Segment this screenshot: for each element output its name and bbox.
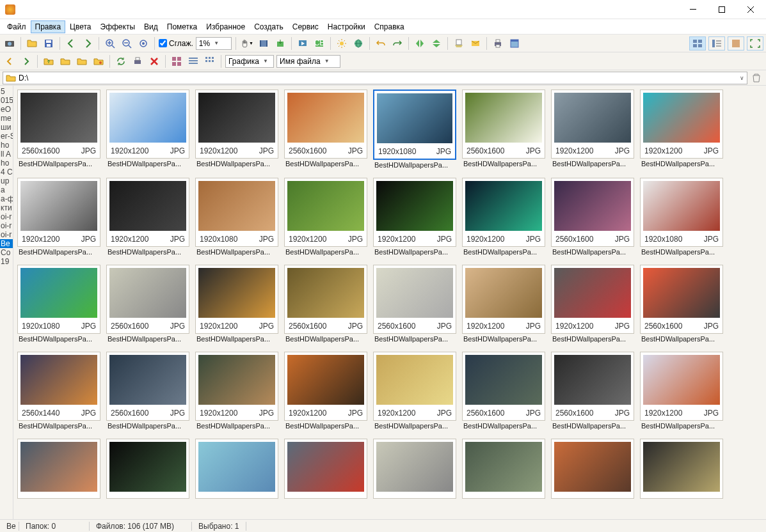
delete-icon[interactable] xyxy=(147,54,161,68)
thumbnail-item[interactable]: 1920x1200JPGBestHDWallpapersPa... xyxy=(195,90,278,173)
thumbnail-item[interactable] xyxy=(195,439,278,504)
thumbnail-item[interactable]: 1920x1200JPGBestHDWallpapersPa... xyxy=(462,178,545,260)
thumbnail-item[interactable]: 2560x1600JPGBestHDWallpapersPa... xyxy=(551,178,634,260)
view-thumbnails-button[interactable] xyxy=(689,36,706,51)
sidebar-item[interactable]: ho xyxy=(0,141,13,150)
menu-правка[interactable]: Правка xyxy=(31,20,66,33)
thumbnail-item[interactable]: 2560x1600JPGBestHDWallpapersPa... xyxy=(17,90,100,173)
sidebar-item[interactable]: ши xyxy=(0,123,13,132)
camera-icon[interactable] xyxy=(3,36,17,51)
flip-h-icon[interactable] xyxy=(413,36,427,51)
sidebar-item[interactable]: 5 xyxy=(0,87,13,96)
minimize-button[interactable] xyxy=(678,0,707,19)
smooth-checkbox[interactable]: Сглаж. xyxy=(159,39,193,48)
flip-v-icon[interactable] xyxy=(429,36,443,51)
thumbnail-item[interactable]: 1920x1200JPGBestHDWallpapersPa... xyxy=(551,90,634,173)
menu-создать[interactable]: Создать xyxy=(250,20,288,33)
sidebar-item[interactable]: me xyxy=(0,114,13,123)
thumbnail-item[interactable]: 1920x1200JPGBestHDWallpapersPa... xyxy=(284,178,367,260)
forward-icon[interactable] xyxy=(19,54,33,68)
zoom-in-icon[interactable] xyxy=(103,36,117,51)
thumbnail-item[interactable]: 1920x1200JPGBestHDWallpapersPa... xyxy=(195,265,278,347)
sidebar-item[interactable]: ho xyxy=(0,159,13,168)
thumbnail-item[interactable]: 2560x1600JPGBestHDWallpapersPa... xyxy=(373,265,456,347)
undo-icon[interactable] xyxy=(374,36,388,51)
folder-icon[interactable] xyxy=(75,54,89,68)
slideshow-icon[interactable] xyxy=(296,36,310,51)
sidebar-item[interactable]: 015 xyxy=(0,96,13,105)
print-icon[interactable] xyxy=(491,36,505,51)
thumbnail-item[interactable]: 2560x1600JPGBestHDWallpapersPa... xyxy=(462,90,545,173)
sidebar[interactable]: 5015eOmeшиer-Sholl Aho4 Cupaa-фктиoi-roi… xyxy=(0,86,13,519)
globe-icon[interactable] xyxy=(351,36,365,51)
sidebar-item[interactable]: er-S xyxy=(0,132,13,141)
menu-эффекты[interactable]: Эффекты xyxy=(96,20,140,33)
view-details-button[interactable] xyxy=(708,36,725,51)
export-icon[interactable] xyxy=(273,36,287,51)
thumbnail-item[interactable]: 1920x1200JPGBestHDWallpapersPa... xyxy=(195,352,278,434)
thumbnail-item[interactable]: 1920x1200JPGBestHDWallpapersPa... xyxy=(640,90,723,173)
sort-select[interactable]: Имя файла▼ xyxy=(276,55,340,68)
zoom-select[interactable]: 1%▼ xyxy=(196,37,232,50)
zoom-out-icon[interactable] xyxy=(120,36,134,51)
film-icon[interactable] xyxy=(257,36,271,51)
sidebar-item[interactable]: кти xyxy=(0,203,13,212)
thumbnail-item[interactable] xyxy=(462,439,545,504)
thumbnail-item[interactable]: 1920x1200JPGBestHDWallpapersPa... xyxy=(106,178,189,260)
maximize-button[interactable] xyxy=(707,0,736,19)
thumbnail-item[interactable]: 1920x1200JPGBestHDWallpapersPa... xyxy=(373,178,456,260)
thumbnail-item[interactable]: 1920x1080JPGBestHDWallpapersPa... xyxy=(195,178,278,260)
sidebar-item[interactable]: oi-r xyxy=(0,230,13,239)
print2-icon[interactable] xyxy=(131,54,145,68)
save-icon[interactable] xyxy=(42,36,56,51)
thumbnail-item[interactable]: 2560x1440JPGBestHDWallpapersPa... xyxy=(17,352,100,434)
thumbnail-item[interactable]: 1920x1200JPGBestHDWallpapersPa... xyxy=(373,352,456,434)
menu-настройки[interactable]: Настройки xyxy=(323,20,370,33)
menu-цвета[interactable]: Цвета xyxy=(65,20,95,33)
menu-пометка[interactable]: Пометка xyxy=(163,20,202,33)
path-input[interactable]: D:\ ∨ xyxy=(3,72,747,84)
sidebar-item[interactable]: ll A xyxy=(0,150,13,159)
sidebar-item[interactable]: up xyxy=(0,176,13,185)
thumbnail-item[interactable]: 2560x1600JPGBestHDWallpapersPa... xyxy=(551,352,634,434)
redo-icon[interactable] xyxy=(390,36,404,51)
thumbnail-item[interactable]: 1920x1200JPGBestHDWallpapersPa... xyxy=(551,265,634,347)
menu-сервис[interactable]: Сервис xyxy=(288,20,323,33)
thumbnail-item[interactable]: 2560x1600JPGBestHDWallpapersPa... xyxy=(284,90,367,173)
thumbnail-item[interactable]: 2560x1600JPGBestHDWallpapersPa... xyxy=(106,352,189,434)
menu-избранное[interactable]: Избранное xyxy=(202,20,250,33)
hand-icon[interactable]: ▼ xyxy=(240,36,254,51)
scanner-icon[interactable] xyxy=(452,36,466,51)
sidebar-item[interactable]: eO xyxy=(0,105,13,114)
thumbnail-item[interactable] xyxy=(17,439,100,504)
folder-home-icon[interactable] xyxy=(58,54,72,68)
menu-справка[interactable]: Справка xyxy=(370,20,409,33)
back-icon[interactable] xyxy=(3,54,17,68)
thumbnail-item[interactable] xyxy=(106,439,189,504)
view-list-icon[interactable] xyxy=(186,54,200,68)
menu-файл[interactable]: Файл xyxy=(3,20,31,33)
sun-icon[interactable] xyxy=(335,36,349,51)
thumbnail-item[interactable]: 1920x1080JPGBestHDWallpapersPa... xyxy=(640,178,723,260)
view-small-icon[interactable] xyxy=(203,54,217,68)
thumbnail-item[interactable]: 1920x1200JPGBestHDWallpapersPa... xyxy=(640,352,723,434)
close-button[interactable] xyxy=(736,0,765,19)
view-single-button[interactable] xyxy=(728,36,744,51)
sidebar-item[interactable]: Be xyxy=(0,239,13,248)
thumbnail-pane[interactable]: 2560x1600JPGBestHDWallpapersPa...1920x12… xyxy=(13,86,766,519)
thumbnail-item[interactable]: 2560x1600JPGBestHDWallpapersPa... xyxy=(462,352,545,434)
thumbnail-item[interactable]: 1920x1080JPGBestHDWallpapersPa... xyxy=(17,265,100,347)
window-icon[interactable] xyxy=(507,36,522,51)
trash-icon[interactable] xyxy=(749,71,763,85)
sidebar-item[interactable]: oi-r xyxy=(0,221,13,230)
thumbnail-item[interactable]: 1920x1200JPGBestHDWallpapersPa... xyxy=(284,352,367,434)
folder-up-icon[interactable] xyxy=(42,54,56,68)
thumbnail-item[interactable]: 2560x1600JPGBestHDWallpapersPa... xyxy=(106,265,189,347)
cb-icon[interactable]: CB xyxy=(312,36,326,51)
sidebar-item[interactable]: a-ф xyxy=(0,194,13,203)
view-large-icon[interactable] xyxy=(170,54,184,68)
thumbnail-item[interactable]: 1920x1080JPGBestHDWallpapersPa... xyxy=(373,90,456,173)
thumbnail-item[interactable]: 1920x1200JPGBestHDWallpapersPa... xyxy=(462,265,545,347)
thumbnail-item[interactable] xyxy=(551,439,634,504)
zoom-fit-icon[interactable] xyxy=(136,36,150,51)
